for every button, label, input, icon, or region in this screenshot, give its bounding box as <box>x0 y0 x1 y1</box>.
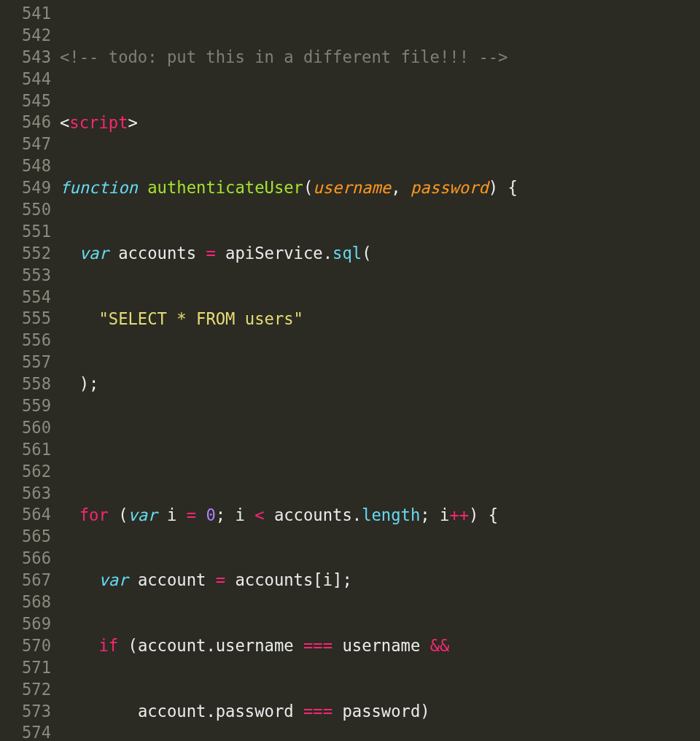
code-line[interactable]: <!-- todo: put this in a different file!… <box>60 47 700 69</box>
line-number: 554 <box>0 287 51 309</box>
line-number: 574 <box>0 722 51 741</box>
line-number: 548 <box>0 155 51 177</box>
line-number: 570 <box>0 635 51 657</box>
code-line[interactable]: ); <box>60 373 700 395</box>
line-number: 567 <box>0 570 51 591</box>
bracket: ] <box>332 570 342 589</box>
code-line[interactable]: account.password === password) <box>60 701 700 723</box>
keyword-for: for <box>79 505 109 524</box>
keyword-var: var <box>79 244 109 263</box>
space <box>158 505 167 524</box>
code-line[interactable] <box>60 439 700 461</box>
operator: = <box>206 244 215 263</box>
line-number: 552 <box>0 243 51 265</box>
line-number: 564 <box>0 504 51 526</box>
operator: = <box>187 505 196 524</box>
space <box>176 505 186 524</box>
function-name: authenticateUser <box>147 178 303 197</box>
identifier: username <box>342 636 420 655</box>
operator: = <box>216 570 225 589</box>
keyword-function: function <box>60 178 138 197</box>
comma: , <box>391 178 411 197</box>
line-number: 568 <box>0 591 51 613</box>
operator: && <box>430 636 450 655</box>
identifier: i <box>323 570 332 589</box>
operator: === <box>303 636 332 655</box>
space <box>206 570 215 589</box>
line-number: 556 <box>0 330 51 352</box>
line-number: 544 <box>0 69 51 90</box>
line-number: 550 <box>0 199 51 221</box>
line-number: 547 <box>0 133 51 155</box>
space <box>196 244 206 263</box>
paren: ( <box>128 636 138 655</box>
space <box>294 636 303 655</box>
tag-name: script <box>69 113 128 132</box>
paren: ) <box>489 178 498 197</box>
semicolon: ; <box>89 374 98 393</box>
angle-bracket: < <box>60 113 69 132</box>
indent <box>60 309 98 328</box>
paren: ( <box>303 178 313 197</box>
identifier: i <box>235 505 244 524</box>
method-call: sql <box>332 244 362 263</box>
paren: ) <box>79 374 89 393</box>
dot: . <box>352 505 362 524</box>
operator: ++ <box>449 505 469 524</box>
semicolon: ; <box>216 505 225 524</box>
line-number: 549 <box>0 177 51 199</box>
code-line[interactable]: var accounts = apiService.sql( <box>60 243 700 265</box>
line-number-gutter: 541 542 543 544 545 546 547 548 549 550 … <box>0 0 60 741</box>
code-line[interactable]: function authenticateUser(username, pass… <box>60 177 700 199</box>
space <box>216 244 225 263</box>
identifier: accounts <box>235 570 313 589</box>
line-number: 565 <box>0 526 51 548</box>
dot: . <box>323 244 332 263</box>
space <box>128 570 138 589</box>
operator: === <box>303 702 332 721</box>
identifier: i <box>167 505 176 524</box>
space <box>294 702 303 721</box>
space <box>225 505 235 524</box>
comment-token: <!-- todo: put this in a different file!… <box>60 47 508 66</box>
indent <box>60 702 138 721</box>
line-number: 542 <box>0 25 51 47</box>
space <box>225 570 235 589</box>
space <box>332 702 342 721</box>
bracket: [ <box>313 570 322 589</box>
line-number: 563 <box>0 483 51 505</box>
property: password <box>216 702 294 721</box>
code-line[interactable]: for (var i = 0; i < accounts.length; i++… <box>60 505 700 527</box>
space <box>118 636 128 655</box>
code-editor[interactable]: 541 542 543 544 545 546 547 548 549 550 … <box>0 0 700 741</box>
string-literal: "SELECT * FROM users" <box>98 309 303 328</box>
indent <box>60 505 79 524</box>
code-line[interactable]: <script> <box>60 112 700 134</box>
space <box>265 505 274 524</box>
dot: . <box>206 702 215 721</box>
keyword-var: var <box>128 505 158 524</box>
line-number: 543 <box>0 47 51 69</box>
space <box>196 505 206 524</box>
param: username <box>313 178 391 197</box>
space <box>332 636 342 655</box>
code-line[interactable]: "SELECT * FROM users" <box>60 309 700 330</box>
number: 0 <box>206 505 215 524</box>
line-number: 562 <box>0 461 51 483</box>
indent <box>60 244 79 263</box>
space <box>430 505 440 524</box>
param: password <box>411 178 489 197</box>
code-line[interactable]: var account = accounts[i]; <box>60 570 700 591</box>
line-number: 569 <box>0 613 51 635</box>
line-number: 560 <box>0 417 51 439</box>
property: length <box>362 505 420 524</box>
semicolon: ; <box>420 505 429 524</box>
space <box>109 505 118 524</box>
keyword-var: var <box>98 570 128 589</box>
line-number: 566 <box>0 548 51 570</box>
code-line[interactable]: if (account.username === username && <box>60 635 700 657</box>
space <box>138 178 147 197</box>
identifier: apiService <box>225 244 323 263</box>
indent <box>60 570 98 589</box>
code-area[interactable]: <!-- todo: put this in a different file!… <box>60 0 700 741</box>
